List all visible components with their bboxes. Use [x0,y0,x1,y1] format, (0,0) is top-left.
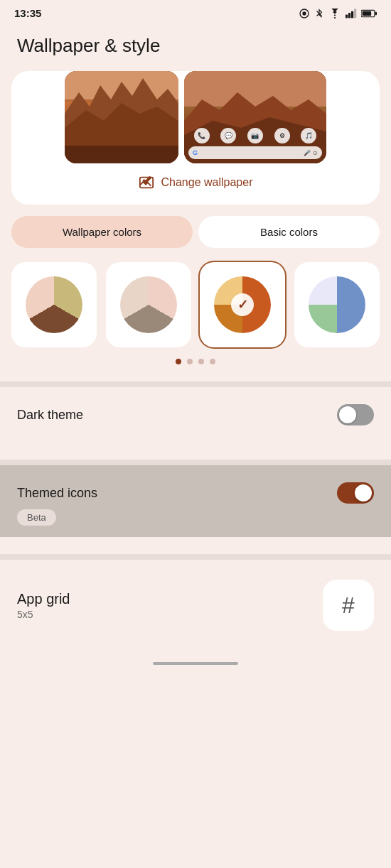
signal-icon [346,9,357,18]
dot-2 [187,359,193,364]
homescreen-preview: 📞 💬 📷 ⚙ 🎵 G 🎤 ⊙ [184,71,326,163]
dark-theme-toggle-knob [339,406,356,423]
svg-rect-6 [354,9,356,18]
spotify-icon: 🎵 [301,128,316,143]
dark-theme-row: Dark theme [17,387,374,443]
beta-badge: Beta [17,509,56,526]
swatch-pie-2 [120,276,177,333]
swatch-pie-1 [26,276,82,333]
app-grid-preview: # [323,580,374,631]
svg-rect-9 [375,11,377,15]
color-swatch-2[interactable] [106,262,191,347]
app-grid-row[interactable]: App grid 5x5 # [17,560,374,651]
swatch-pie-4 [309,276,365,333]
status-bar: 13:35 [0,0,391,23]
app-grid-title: App grid [17,591,70,607]
svg-rect-5 [351,11,353,18]
homescreen-wallpaper: 📞 💬 📷 ⚙ 🎵 G 🎤 ⊙ [184,71,326,163]
section-divider-2 [0,460,391,465]
message-icon: 💬 [220,128,236,143]
tab-wallpaper-colors[interactable]: Wallpaper colors [11,216,193,248]
status-time: 13:35 [14,7,41,19]
dot-4 [210,359,215,364]
dark-theme-toggle[interactable] [337,404,374,425]
change-wallpaper-icon [139,175,154,190]
change-wallpaper-label: Change wallpaper [161,176,253,189]
section-divider-1 [0,381,391,387]
svg-point-2 [334,16,336,18]
svg-rect-14 [184,71,326,107]
status-icons [299,8,377,19]
grid-hash-icon: # [342,592,355,619]
dot-3 [198,359,204,364]
svg-rect-3 [346,14,348,18]
dark-theme-section: Dark theme [0,387,391,443]
section-divider-3 [0,554,391,560]
color-swatch-4[interactable] [294,262,380,347]
bluetooth-icon [314,8,324,19]
home-indicator-bar [153,662,238,665]
themed-icons-toggle-knob [355,484,372,501]
svg-rect-4 [348,13,350,18]
wifi-icon [328,9,341,18]
wallpaper-previews: 📞 💬 📷 ⚙ 🎵 G 🎤 ⊙ [11,71,380,163]
battery-icon [361,9,377,18]
svg-point-1 [302,11,306,15]
selected-checkmark: ✓ [231,293,254,316]
themed-icons-label: Themed icons [17,486,97,501]
page-title-section: Wallpaper & style [0,23,391,71]
lockscreen-preview [65,71,178,163]
dark-theme-label: Dark theme [17,408,83,423]
app-grid-sublabel: 5x5 [17,609,70,620]
dot-1 [176,359,181,364]
themed-icons-section: Themed icons Beta [0,465,391,537]
wallpaper-card: 📞 💬 📷 ⚙ 🎵 G 🎤 ⊙ [11,71,380,205]
color-swatch-3[interactable]: ✓ [200,262,285,347]
mic-icon: 🎤 [304,150,311,156]
color-swatches: ✓ [11,262,380,347]
google-logo: G [193,149,198,156]
screen-record-icon [299,8,310,19]
camera-icon: 📷 [247,128,263,143]
themed-icons-toggle[interactable] [337,482,374,504]
phone-icon: 📞 [194,128,210,143]
settings-icon: ⚙ [274,128,290,143]
homescreen-overlay: 📞 💬 📷 ⚙ 🎵 G 🎤 ⊙ [184,124,326,163]
svg-rect-13 [65,146,178,163]
color-tabs: Wallpaper colors Basic colors [11,216,380,248]
dock-icons: 📞 💬 📷 ⚙ 🎵 [188,128,322,143]
lockscreen-wallpaper [65,71,178,163]
svg-rect-8 [363,11,372,15]
app-grid-info: App grid 5x5 [17,591,70,620]
google-search-bar: G 🎤 ⊙ [188,146,322,159]
dot-indicators [0,359,391,364]
page-title: Wallpaper & style [17,35,374,57]
color-swatch-1[interactable] [11,262,97,347]
tab-basic-colors[interactable]: Basic colors [198,216,380,248]
bottom-indicator [0,651,391,673]
lens-icon: ⊙ [313,150,318,156]
app-grid-section: App grid 5x5 # [0,560,391,651]
change-wallpaper-button[interactable]: Change wallpaper [26,175,365,190]
themed-icons-row: Themed icons [17,465,374,509]
